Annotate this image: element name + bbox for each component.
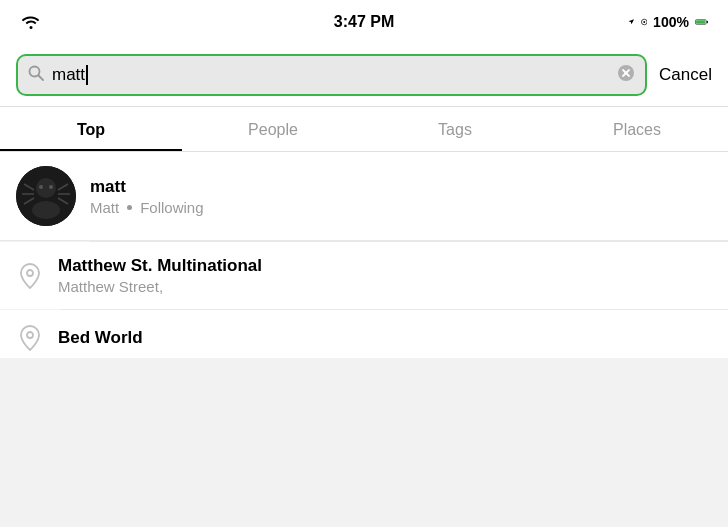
svg-point-20 <box>49 185 53 189</box>
follow-status: Following <box>140 199 203 216</box>
svg-point-12 <box>32 201 60 219</box>
search-input[interactable]: matt <box>52 65 609 85</box>
svg-rect-3 <box>696 20 705 24</box>
battery-icon <box>695 15 708 29</box>
avatar-image <box>16 166 76 226</box>
tab-places[interactable]: Places <box>546 107 728 151</box>
text-cursor <box>86 65 88 85</box>
wifi-icon <box>20 13 42 29</box>
svg-point-21 <box>27 270 33 276</box>
cancel-button[interactable]: Cancel <box>659 65 712 85</box>
user-result-info: matt Matt Following <box>90 177 712 216</box>
svg-point-11 <box>36 178 56 198</box>
navigation-icon <box>641 15 648 29</box>
battery-percent: 100% <box>653 14 689 30</box>
status-bar-left <box>20 13 100 32</box>
clear-search-button[interactable] <box>617 64 635 86</box>
tab-top[interactable]: Top <box>0 107 182 151</box>
tab-people[interactable]: People <box>182 107 364 151</box>
search-area: matt Cancel <box>0 44 728 107</box>
avatar <box>16 166 76 226</box>
display-name: Matt <box>90 199 119 216</box>
user-sub-info: Matt Following <box>90 199 712 216</box>
place-result-info-2: Bed World <box>58 328 712 348</box>
location-icon <box>16 262 44 290</box>
search-box[interactable]: matt <box>16 54 647 96</box>
list-item[interactable]: matt Matt Following <box>0 152 728 241</box>
svg-point-1 <box>643 21 645 23</box>
username: matt <box>90 177 712 197</box>
svg-point-22 <box>27 332 33 338</box>
tab-tags[interactable]: Tags <box>364 107 546 151</box>
svg-point-19 <box>39 185 43 189</box>
status-bar: 3:47 PM 100% <box>0 0 728 44</box>
place-result-info: Matthew St. Multinational Matthew Street… <box>58 256 712 295</box>
search-icon <box>28 65 44 85</box>
svg-line-6 <box>39 76 44 81</box>
tabs-bar: Top People Tags Places <box>0 107 728 152</box>
svg-rect-4 <box>707 21 708 23</box>
status-bar-time: 3:47 PM <box>334 13 394 31</box>
list-item[interactable]: Bed World <box>0 310 728 358</box>
list-item[interactable]: Matthew St. Multinational Matthew Street… <box>0 242 728 309</box>
search-results: matt Matt Following Matthew St. Multinat… <box>0 152 728 358</box>
status-bar-right: 100% <box>628 14 708 30</box>
follow-dot <box>127 205 132 210</box>
place-title-2: Bed World <box>58 328 712 348</box>
location-arrow-icon <box>628 15 635 29</box>
place-title: Matthew St. Multinational <box>58 256 712 276</box>
location-icon <box>16 324 44 352</box>
avatar-svg <box>16 166 76 226</box>
place-subtitle: Matthew Street, <box>58 278 712 295</box>
